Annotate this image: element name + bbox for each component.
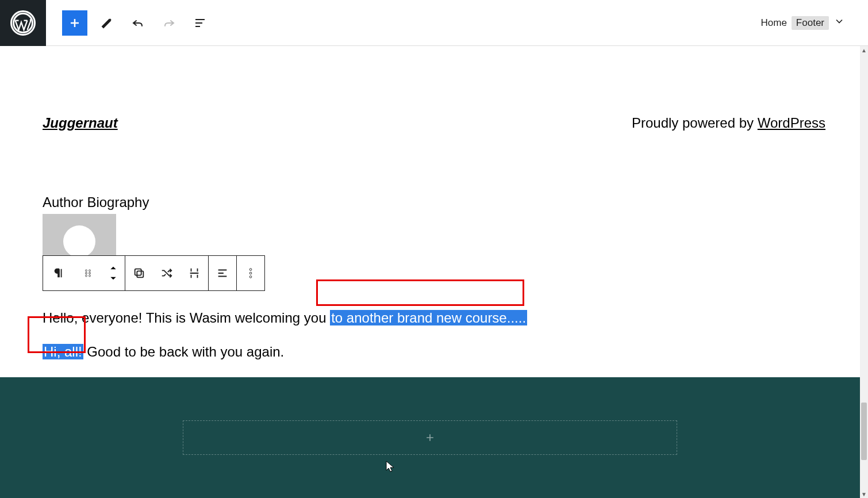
author-bio-section: Author Biography — [0, 131, 868, 360]
block-type-paragraph-button[interactable] — [43, 256, 74, 290]
site-title-link[interactable]: Juggernaut — [43, 115, 118, 131]
svg-point-4 — [89, 273, 91, 274]
editor-topbar: Home Footer — [0, 0, 868, 46]
drag-handle[interactable] — [74, 256, 102, 290]
add-block-button[interactable] — [62, 10, 87, 36]
breadcrumb-current: Footer — [792, 16, 829, 30]
selected-text-2: Hi, all! — [43, 344, 83, 359]
svg-point-11 — [249, 276, 252, 278]
svg-point-1 — [86, 270, 87, 271]
footer-template-part[interactable] — [0, 377, 860, 498]
scroll-down-button[interactable]: ▼ — [860, 490, 868, 498]
svg-rect-7 — [135, 269, 141, 275]
template-breadcrumb[interactable]: Home Footer — [761, 16, 869, 30]
wordpress-logo[interactable] — [0, 0, 46, 46]
align-button[interactable] — [209, 256, 236, 290]
block-toolbar — [43, 255, 265, 291]
move-up-down[interactable] — [102, 256, 125, 290]
powered-by-text: Proudly powered by WordPress — [632, 115, 825, 131]
toolbar-left — [46, 10, 212, 36]
paragraph-block-1[interactable]: Hello, everyone! This is Wasim welcoming… — [43, 308, 825, 328]
svg-point-10 — [249, 272, 252, 274]
redo-button[interactable] — [158, 12, 180, 35]
vertical-scrollbar[interactable]: ▲ ▼ — [860, 46, 868, 498]
selected-text-1: to another brand new course..... — [330, 310, 527, 325]
editor-canvas: Juggernaut Proudly powered by WordPress … — [0, 46, 868, 498]
list-view-button[interactable] — [189, 12, 212, 35]
author-avatar[interactable] — [43, 214, 116, 255]
svg-rect-8 — [137, 271, 143, 277]
append-block-button[interactable] — [183, 420, 677, 455]
svg-point-2 — [89, 270, 91, 271]
undo-button[interactable] — [126, 12, 149, 35]
footer-row: Juggernaut Proudly powered by WordPress — [0, 46, 868, 131]
shuffle-button[interactable] — [153, 256, 180, 290]
svg-point-6 — [89, 275, 91, 277]
svg-point-5 — [86, 275, 87, 277]
split-button[interactable] — [180, 256, 208, 290]
author-bio-heading[interactable]: Author Biography — [43, 194, 825, 210]
scroll-up-button[interactable]: ▲ — [860, 46, 868, 54]
wordpress-icon — [10, 10, 36, 36]
avatar-placeholder-icon — [63, 225, 95, 255]
scroll-thumb[interactable] — [861, 403, 867, 460]
paragraph-block-2[interactable]: Hi, all! Good to be back with you again. — [43, 344, 825, 360]
wordpress-link[interactable]: WordPress — [758, 115, 825, 131]
more-options-button[interactable] — [237, 256, 264, 290]
svg-point-9 — [249, 269, 252, 271]
chevron-down-icon — [834, 16, 845, 30]
edit-mode-button[interactable] — [95, 12, 118, 35]
breadcrumb-root: Home — [761, 17, 787, 29]
copy-button[interactable] — [125, 256, 153, 290]
svg-point-3 — [86, 273, 87, 274]
